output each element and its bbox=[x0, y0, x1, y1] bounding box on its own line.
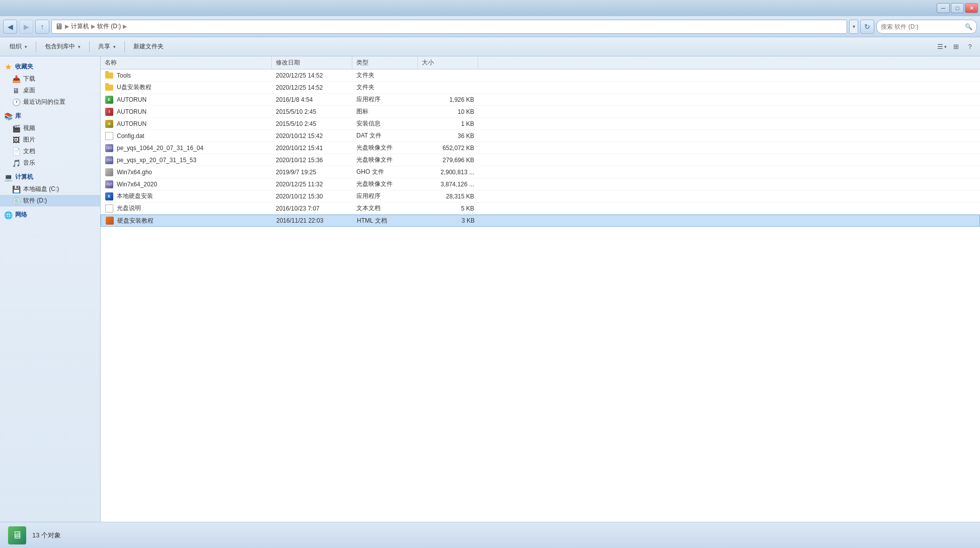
file-cell-date: 2016/11/21 22:03 bbox=[272, 217, 353, 224]
library-header[interactable]: 📚 库 bbox=[0, 110, 100, 122]
address-dropdown-button[interactable]: ▾ bbox=[849, 20, 858, 34]
favorites-icon: ★ bbox=[4, 63, 12, 71]
table-row[interactable]: 光盘说明 2016/10/23 7:07 文本文档 5 KB bbox=[101, 202, 980, 215]
column-header-type[interactable]: 类型 bbox=[352, 56, 418, 69]
file-cell-date: 2020/12/25 14:52 bbox=[272, 72, 352, 79]
new-folder-label: 新建文件夹 bbox=[133, 42, 164, 51]
favorites-header[interactable]: ★ 收藏夹 bbox=[0, 60, 100, 73]
document-icon: 📄 bbox=[12, 148, 20, 156]
file-list-area: 名称 修改日期 类型 大小 Tools 2020/12/25 14:52 文件夹… bbox=[101, 56, 980, 522]
path-separator-3: ▶ bbox=[123, 23, 127, 30]
status-app-icon: 🖥 bbox=[8, 526, 26, 544]
search-input[interactable] bbox=[881, 23, 963, 30]
file-cell-size: 3 KB bbox=[418, 217, 479, 224]
table-row[interactable]: E AUTORUN 2016/1/8 4:54 应用程序 1,926 KB bbox=[101, 94, 980, 106]
minimize-button[interactable]: ─ bbox=[937, 3, 950, 13]
column-header-name[interactable]: 名称 bbox=[101, 56, 272, 69]
downloads-icon: 📥 bbox=[12, 75, 20, 83]
table-row[interactable]: Config.dat 2020/10/12 15:42 DAT 文件 36 KB bbox=[101, 130, 980, 142]
path-software[interactable]: 软件 (D:) bbox=[97, 22, 121, 31]
window-controls: ─ □ ✕ bbox=[937, 3, 978, 13]
drive-c-icon: 💾 bbox=[12, 185, 20, 193]
table-row[interactable]: Win7x64.gho 2019/9/7 19:25 GHO 文件 2,900,… bbox=[101, 166, 980, 178]
file-cell-type: 应用程序 bbox=[352, 95, 418, 104]
table-row[interactable]: ISO Win7x64_2020 2020/12/25 11:32 光盘映像文件… bbox=[101, 178, 980, 190]
file-icon: I bbox=[105, 107, 114, 116]
status-count: 13 个对象 bbox=[32, 531, 61, 540]
include-dropdown-icon: ▾ bbox=[78, 44, 81, 49]
file-cell-name: ISO pe_yqs_1064_20_07_31_16_04 bbox=[101, 144, 272, 153]
file-cell-date: 2020/10/12 15:36 bbox=[272, 157, 352, 164]
path-computer[interactable]: 计算机 bbox=[71, 22, 89, 31]
file-cell-name: Config.dat bbox=[101, 131, 272, 141]
sidebar: ★ 收藏夹 📥 下载 🖥 桌面 🕐 最近访问的位置 📚 库 🎬 bbox=[0, 56, 101, 522]
include-library-button[interactable]: 包含到库中 ▾ bbox=[39, 40, 86, 54]
file-cell-name: U盘安装教程 bbox=[101, 83, 272, 92]
maximize-button[interactable]: □ bbox=[951, 3, 964, 13]
file-cell-size: 3,874,126 ... bbox=[418, 181, 478, 188]
close-button[interactable]: ✕ bbox=[965, 3, 978, 13]
network-section: 🌐 网络 bbox=[0, 209, 100, 221]
sidebar-item-document[interactable]: 📄 文档 bbox=[0, 146, 100, 157]
sidebar-item-video[interactable]: 🎬 视频 bbox=[0, 122, 100, 134]
view-options-button[interactable]: ☰ ▾ bbox=[936, 41, 948, 53]
document-label: 文档 bbox=[23, 147, 35, 156]
search-icon: 🔍 bbox=[965, 23, 972, 30]
path-separator-1: ▶ bbox=[65, 23, 69, 30]
help-button[interactable]: ? bbox=[964, 41, 976, 53]
toolbar: 组织 ▾ 包含到库中 ▾ 共享 ▾ 新建文件夹 ☰ ▾ ⊞ ? bbox=[0, 37, 980, 56]
file-cell-name: ISO Win7x64_2020 bbox=[101, 180, 272, 189]
sidebar-item-music[interactable]: 🎵 音乐 bbox=[0, 157, 100, 169]
computer-header[interactable]: 💻 计算机 bbox=[0, 171, 100, 183]
organize-button[interactable]: 组织 ▾ bbox=[4, 40, 33, 54]
sidebar-item-image[interactable]: 🖼 图片 bbox=[0, 134, 100, 146]
file-cell-type: 光盘映像文件 bbox=[352, 144, 418, 152]
file-cell-date: 2015/5/10 2:45 bbox=[272, 108, 352, 115]
file-cell-type: 应用程序 bbox=[352, 192, 418, 200]
sidebar-item-drive-c[interactable]: 💾 本地磁盘 (C:) bbox=[0, 183, 100, 195]
sidebar-item-drive-d[interactable]: 💿 软件 (D:) bbox=[0, 195, 100, 207]
file-icon: ISO bbox=[105, 156, 114, 165]
table-row[interactable]: E 本地硬盘安装 2020/10/12 15:30 应用程序 28,315 KB bbox=[101, 190, 980, 202]
column-header-date[interactable]: 修改日期 bbox=[272, 56, 352, 69]
table-row[interactable]: I AUTORUN 2015/5/10 2:45 图标 10 KB bbox=[101, 106, 980, 118]
file-list: Tools 2020/12/25 14:52 文件夹 U盘安装教程 2020/1… bbox=[101, 70, 980, 522]
forward-button[interactable]: ▶ bbox=[19, 20, 33, 34]
refresh-button[interactable]: ↻ bbox=[860, 20, 874, 34]
toolbar-separator-2 bbox=[89, 41, 90, 52]
downloads-label: 下载 bbox=[23, 75, 35, 83]
table-row[interactable]: Tools 2020/12/25 14:52 文件夹 bbox=[101, 70, 980, 82]
new-folder-button[interactable]: 新建文件夹 bbox=[128, 40, 169, 54]
file-icon bbox=[105, 131, 114, 141]
sidebar-item-recent[interactable]: 🕐 最近访问的位置 bbox=[0, 96, 100, 108]
path-separator-2: ▶ bbox=[91, 23, 95, 30]
desktop-label: 桌面 bbox=[23, 86, 35, 95]
file-icon bbox=[105, 71, 114, 80]
preview-pane-button[interactable]: ⊞ bbox=[950, 41, 962, 53]
file-icon: A bbox=[105, 119, 114, 128]
table-row[interactable]: U盘安装教程 2020/12/25 14:52 文件夹 bbox=[101, 82, 980, 94]
network-header[interactable]: 🌐 网络 bbox=[0, 209, 100, 221]
table-row[interactable]: ISO pe_yqs_xp_20_07_31_15_53 2020/10/12 … bbox=[101, 154, 980, 166]
file-cell-size: 652,072 KB bbox=[418, 145, 478, 152]
file-cell-name: Win7x64.gho bbox=[101, 168, 272, 177]
table-row[interactable]: 硬盘安装教程 2016/11/21 22:03 HTML 文档 3 KB bbox=[101, 215, 980, 227]
column-header-size[interactable]: 大小 bbox=[418, 56, 478, 69]
address-path[interactable]: 🖥 ▶ 计算机 ▶ 软件 (D:) ▶ bbox=[51, 20, 847, 34]
table-row[interactable]: A AUTORUN 2015/5/10 2:45 安装信息 1 KB bbox=[101, 118, 980, 130]
file-cell-type: HTML 文档 bbox=[353, 217, 418, 225]
status-bar: 🖥 13 个对象 bbox=[0, 522, 980, 548]
back-button[interactable]: ◀ bbox=[3, 20, 17, 34]
up-button[interactable]: ↑ bbox=[35, 20, 49, 34]
sidebar-item-downloads[interactable]: 📥 下载 bbox=[0, 73, 100, 85]
table-row[interactable]: ISO pe_yqs_1064_20_07_31_16_04 2020/10/1… bbox=[101, 142, 980, 154]
file-icon: E bbox=[105, 192, 114, 201]
file-cell-name: E 本地硬盘安装 bbox=[101, 192, 272, 201]
title-bar: ─ □ ✕ bbox=[0, 0, 980, 16]
image-icon: 🖼 bbox=[12, 136, 20, 144]
sidebar-item-desktop[interactable]: 🖥 桌面 bbox=[0, 85, 100, 96]
search-box[interactable]: 🔍 bbox=[876, 20, 977, 34]
library-section: 📚 库 🎬 视频 🖼 图片 📄 文档 🎵 音乐 bbox=[0, 110, 100, 169]
file-cell-name: E AUTORUN bbox=[101, 95, 272, 104]
share-button[interactable]: 共享 ▾ bbox=[93, 40, 121, 54]
